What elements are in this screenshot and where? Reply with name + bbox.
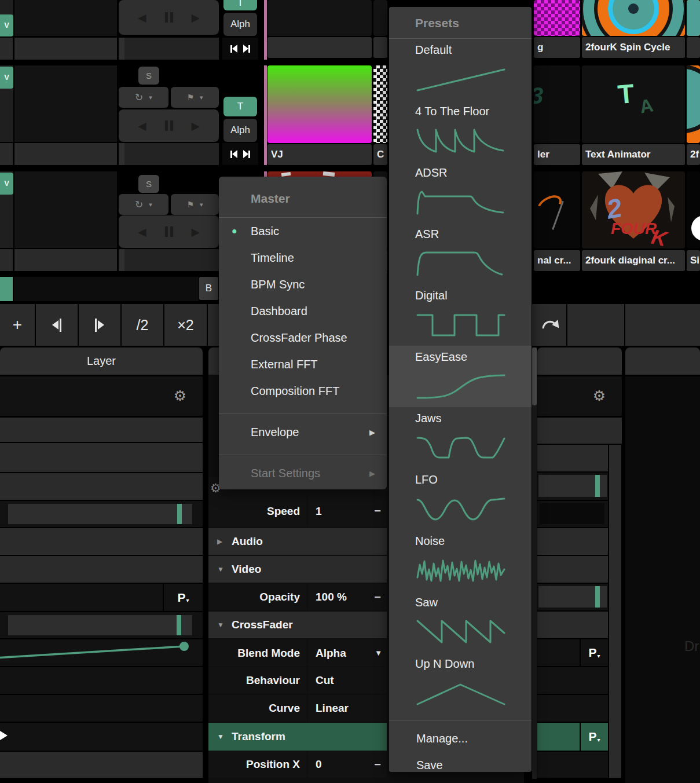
param-section-transform[interactable]: ▼Transform (208, 723, 387, 751)
toolbar-cell[interactable] (208, 304, 219, 346)
menu-item-crossfader-phase[interactable]: CrossFader Phase (219, 324, 387, 351)
tab-right-panel[interactable] (537, 347, 622, 375)
clip-position-track[interactable] (119, 249, 219, 271)
param-mode-button[interactable]: P▾ (581, 639, 608, 666)
play-forward-icon[interactable]: ▶ (192, 119, 200, 133)
clip-thumbnail[interactable] (687, 171, 700, 248)
blend-alpha-button[interactable]: Alph (223, 119, 257, 142)
toolbar-cell[interactable]: + (0, 304, 35, 346)
menu-item-composition-fft[interactable]: Composition FFT (219, 378, 387, 404)
play-forward-icon[interactable]: ▶ (192, 225, 200, 239)
preset-item-4-to-the-floor[interactable]: 4 To The Floor (389, 100, 532, 162)
transition-button[interactable]: T (223, 97, 257, 116)
menu-item-envelope[interactable]: Envelope ▶ (219, 419, 387, 445)
dropdown-caret-icon[interactable]: ▼ (375, 639, 382, 667)
toolbar-cell[interactable] (625, 304, 700, 346)
menu-item-save[interactable]: Save (389, 752, 532, 772)
trigger-mode-dropdown[interactable]: ⚑▾ (171, 87, 219, 108)
bypass-button[interactable]: B (199, 277, 218, 300)
decrement-icon[interactable]: − (374, 751, 381, 778)
clip-thumbnail[interactable] (534, 171, 580, 248)
preset-item-lfo[interactable]: LFO (389, 469, 532, 530)
transition-button[interactable]: T (223, 0, 257, 10)
layer-video-toggle[interactable]: V (0, 67, 13, 89)
play-backward-icon[interactable]: ◀ (138, 225, 146, 239)
scrollbar-track[interactable] (532, 347, 537, 779)
redo-button[interactable] (532, 304, 566, 346)
param-value-field[interactable]: Alpha▼ (308, 639, 387, 667)
skip-previous-icon[interactable] (230, 45, 237, 53)
param-slider[interactable] (8, 615, 192, 635)
bpm-half-button[interactable]: /2 (122, 304, 163, 346)
menu-item-timeline[interactable]: Timeline (219, 244, 387, 271)
tab-far-panel[interactable] (625, 347, 700, 375)
param-mode-button[interactable]: P▾ (581, 723, 608, 751)
preset-item-digital[interactable]: Digital (389, 284, 532, 346)
param-mode-button[interactable]: P▾ (164, 584, 203, 611)
tab-composition-sliver[interactable] (208, 347, 219, 375)
clip-thumbnail[interactable] (687, 0, 700, 36)
skip-previous-icon[interactable] (230, 150, 237, 158)
loop-mode-dropdown[interactable]: ↻▾ (119, 87, 168, 108)
layer-video-toggle[interactable]: V (0, 173, 13, 195)
param-value-field[interactable]: 100 %− (308, 584, 387, 610)
param-value-field[interactable]: 0− (308, 751, 387, 778)
value-input[interactable] (540, 503, 604, 524)
tap-left-button[interactable] (36, 304, 78, 346)
trigger-mode-dropdown[interactable]: ⚑▾ (171, 194, 219, 215)
scrollbar-thumb[interactable] (532, 347, 537, 405)
menu-item-bpm-sync[interactable]: BPM Sync (219, 271, 387, 298)
menu-item-basic[interactable]: Basic● (219, 218, 387, 244)
menu-item-manage[interactable]: Manage... (389, 725, 532, 752)
param-slider[interactable] (538, 586, 607, 608)
clip-position-track[interactable] (14, 143, 117, 165)
clip-skip-buttons[interactable] (222, 143, 258, 165)
clip-thumbnail[interactable]: 3 (534, 65, 580, 143)
play-forward-icon[interactable]: ▶ (192, 11, 200, 24)
scrollbar-track[interactable] (609, 445, 621, 778)
clip-position-track[interactable] (119, 38, 219, 60)
param-slider[interactable] (8, 504, 192, 524)
skip-next-icon[interactable] (243, 45, 250, 53)
skip-next-icon[interactable] (243, 150, 250, 158)
toolbar-cell[interactable] (567, 304, 624, 346)
clip-thumbnail[interactable] (267, 65, 372, 143)
preset-item-easyease[interactable]: EasyEase (389, 346, 532, 407)
clip-position-track[interactable] (14, 38, 117, 60)
play-backward-icon[interactable]: ◀ (138, 119, 146, 133)
loop-mode-dropdown[interactable]: ↻▾ (119, 194, 168, 215)
preset-item-up-n-down[interactable]: Up N Down (389, 653, 532, 714)
decrement-icon[interactable]: − (374, 584, 381, 610)
clip-thumbnail[interactable] (687, 65, 700, 143)
preset-item-jaws[interactable]: Jaws (389, 407, 532, 469)
decrement-icon[interactable]: − (374, 495, 381, 527)
preset-item-noise[interactable]: Noise (389, 530, 532, 591)
clip-thumbnail[interactable] (373, 65, 387, 143)
preset-item-default[interactable]: Default (389, 39, 532, 100)
gear-icon[interactable]: ⚙ (591, 387, 608, 404)
clip-thumbnail[interactable] (267, 0, 372, 36)
clip-skip-buttons[interactable] (222, 38, 258, 60)
param-value-field[interactable]: Linear (308, 695, 387, 722)
param-section-crossfader[interactable]: ▼CrossFader (208, 612, 387, 638)
menu-item-dashboard[interactable]: Dashboard (219, 298, 387, 324)
solo-button[interactable]: S (138, 175, 159, 193)
param-slider[interactable] (538, 475, 607, 497)
clip-position-track[interactable] (119, 143, 219, 165)
clip-thumbnail[interactable]: 2FOURK (582, 171, 685, 248)
clip-thumbnail[interactable] (582, 0, 685, 36)
composition-progress-bar[interactable] (14, 277, 199, 301)
preset-item-asr[interactable]: ASR (389, 223, 532, 284)
preset-item-adsr[interactable]: ADSR (389, 162, 532, 223)
envelope-curve[interactable] (0, 639, 203, 666)
gear-icon[interactable]: ⚙ (171, 387, 189, 404)
tap-right-button[interactable] (79, 304, 120, 346)
solo-button[interactable]: S (138, 67, 159, 85)
param-section-audio[interactable]: ▶Audio (208, 528, 387, 555)
clip-position-track[interactable] (14, 249, 117, 271)
composition-active-cell[interactable] (0, 277, 13, 301)
clip-thumbnail[interactable] (534, 0, 580, 36)
param-value-field[interactable]: 1− (308, 495, 387, 527)
bpm-double-button[interactable]: ×2 (164, 304, 207, 346)
clip-thumbnail[interactable] (373, 0, 387, 36)
